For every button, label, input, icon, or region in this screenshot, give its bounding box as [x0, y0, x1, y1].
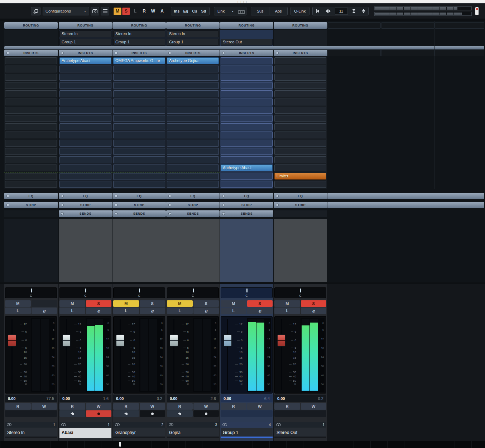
inserts-indicator[interactable] — [168, 52, 171, 54]
peak-value[interactable]: -0.2 — [317, 396, 323, 401]
mute-button[interactable]: M — [221, 300, 246, 307]
peak-value[interactable]: 1.6 — [103, 396, 109, 401]
listen-button[interactable]: L — [274, 308, 300, 314]
peak-value[interactable]: -2.6 — [209, 396, 216, 401]
sends-indicator[interactable] — [222, 212, 225, 215]
edit-channel-button[interactable]: e — [86, 308, 112, 314]
insert-slot[interactable] — [274, 181, 326, 188]
insert-slot[interactable] — [221, 82, 273, 89]
search-button[interactable] — [31, 7, 40, 15]
peak-value[interactable]: 6.4 — [264, 396, 270, 401]
solo-button[interactable]: S — [247, 300, 273, 307]
insert-slot[interactable] — [5, 99, 57, 105]
link-options-icon[interactable] — [238, 9, 244, 13]
strip-indicator[interactable] — [61, 204, 64, 206]
routing-slot[interactable]: Stereo Out — [221, 39, 273, 46]
go-first-button[interactable] — [313, 7, 322, 15]
channel-name[interactable]: Gojira — [167, 428, 219, 437]
fader-handle[interactable] — [62, 334, 71, 347]
routing-header[interactable]: ROUTING — [274, 22, 327, 29]
insert-slot[interactable] — [274, 99, 326, 105]
insert-slot[interactable] — [59, 123, 111, 130]
insert-slot[interactable] — [274, 115, 326, 122]
routing-slot[interactable]: Group 1 — [167, 39, 219, 46]
write-automation-button[interactable]: W — [301, 403, 327, 410]
channel-width-slider[interactable] — [374, 6, 472, 10]
bypass-sends-button[interactable]: Sd — [199, 9, 208, 13]
insert-slot[interactable] — [5, 57, 57, 64]
link-button[interactable]: Link — [214, 7, 228, 15]
insert-slot[interactable] — [221, 107, 273, 114]
bypass-eq-button[interactable]: Eq — [181, 9, 190, 13]
read-automation-button[interactable]: R — [113, 403, 139, 410]
insert-slot[interactable] — [167, 181, 219, 188]
insert-slot[interactable] — [59, 140, 111, 147]
insert-slot[interactable] — [113, 165, 165, 171]
insert-slot[interactable]: Archetype Gojira — [167, 57, 219, 64]
inserts-indicator[interactable] — [115, 52, 117, 54]
sends-header[interactable]: SENDS — [166, 210, 220, 217]
edit-channel-button[interactable]: e — [193, 308, 219, 314]
insert-slot[interactable] — [221, 173, 273, 180]
global-write-button[interactable]: W — [149, 9, 157, 14]
sends-indicator[interactable] — [61, 212, 64, 215]
insert-slot[interactable] — [167, 148, 219, 155]
insert-slot[interactable] — [5, 156, 57, 163]
eq-header[interactable]: EQ — [166, 193, 220, 199]
insert-slot[interactable] — [167, 82, 219, 89]
fader-handle[interactable] — [116, 334, 124, 347]
insert-slot[interactable] — [167, 66, 219, 72]
listen-button[interactable]: L — [113, 308, 139, 314]
write-automation-button[interactable]: W — [193, 403, 219, 410]
zoom-palette-button[interactable] — [349, 7, 359, 15]
eq-header[interactable]: EQ — [59, 193, 112, 199]
level-meter[interactable]: 06121824304050 — [193, 318, 217, 392]
solo-button[interactable]: S — [193, 300, 219, 307]
pan-control[interactable]: C — [167, 287, 219, 298]
insert-slot[interactable] — [113, 82, 165, 89]
strip-header[interactable]: STRIP — [4, 202, 58, 208]
insert-slot[interactable] — [274, 57, 326, 64]
insert-slot[interactable] — [274, 82, 326, 89]
fader-handle[interactable] — [224, 334, 232, 347]
strip-indicator[interactable] — [6, 204, 9, 206]
pan-control[interactable]: C — [113, 287, 165, 298]
insert-slot[interactable] — [59, 165, 111, 171]
fader-handle[interactable] — [8, 334, 16, 347]
insert-slot[interactable] — [221, 132, 273, 138]
insert-slot[interactable]: Limiter — [274, 173, 326, 180]
read-automation-button[interactable]: R — [59, 403, 85, 410]
bypass-strip-button[interactable]: Cs — [190, 9, 199, 13]
insert-slot[interactable] — [274, 90, 326, 97]
channel-name[interactable]: Stereo In — [5, 428, 57, 437]
strip-header[interactable]: STRIP — [166, 202, 220, 208]
pan-control[interactable]: C — [274, 287, 326, 298]
record-enable-button[interactable] — [193, 410, 219, 417]
insert-slot[interactable] — [59, 107, 111, 114]
eq-indicator[interactable] — [6, 195, 9, 197]
write-automation-button[interactable]: W — [247, 403, 273, 410]
edit-channel-button[interactable]: e — [247, 308, 273, 314]
insert-slot[interactable] — [5, 115, 57, 122]
monitor-button[interactable] — [113, 410, 139, 417]
insert-slot[interactable] — [113, 115, 165, 122]
mute-button[interactable]: M — [274, 300, 300, 307]
strip-header[interactable]: STRIP — [59, 202, 112, 208]
routing-header[interactable]: ROUTING — [166, 22, 220, 29]
fader-value[interactable]: 0.00 — [170, 396, 177, 401]
fader-value[interactable]: 0.00 — [62, 396, 70, 401]
sends-header[interactable]: SENDS — [112, 210, 166, 217]
sends-header[interactable]: SENDS — [59, 210, 112, 217]
mute-button[interactable]: M — [59, 300, 85, 307]
insert-slot[interactable] — [274, 107, 326, 114]
insert-slot[interactable] — [221, 123, 273, 130]
insert-slot[interactable] — [5, 181, 57, 188]
pan-control[interactable]: C — [59, 287, 111, 298]
strip-indicator[interactable] — [276, 204, 279, 206]
fader-handle[interactable] — [277, 334, 285, 347]
insert-slot[interactable] — [5, 74, 57, 81]
insert-slot[interactable] — [274, 165, 326, 171]
insert-slot[interactable] — [5, 90, 57, 97]
routing-header[interactable]: ROUTING — [112, 22, 166, 29]
insert-slot[interactable] — [167, 99, 219, 105]
